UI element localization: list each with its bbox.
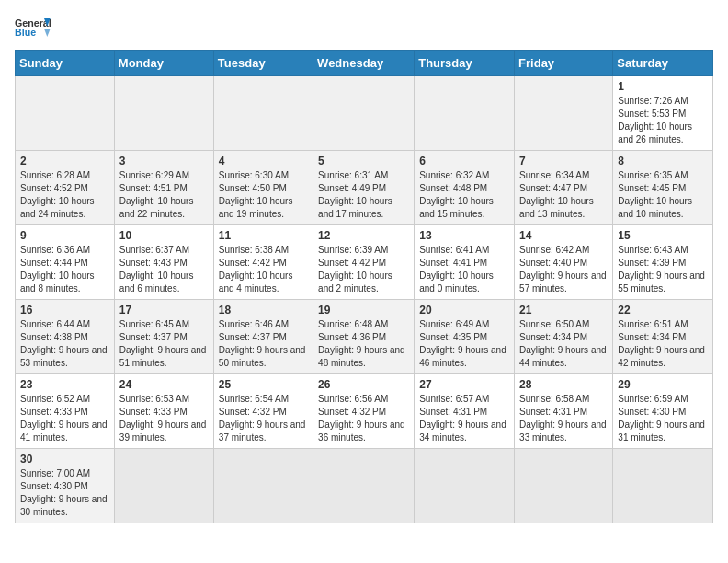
calendar-cell	[313, 449, 415, 523]
day-info: Sunrise: 6:54 AM Sunset: 4:32 PM Dayligh…	[219, 393, 308, 444]
calendar-cell: 18Sunrise: 6:46 AM Sunset: 4:37 PM Dayli…	[213, 300, 313, 374]
day-info: Sunrise: 6:53 AM Sunset: 4:33 PM Dayligh…	[119, 393, 209, 444]
calendar-week-row: 30Sunrise: 7:00 AM Sunset: 4:30 PM Dayli…	[16, 449, 713, 523]
calendar-cell: 14Sunrise: 6:42 AM Sunset: 4:40 PM Dayli…	[515, 225, 613, 300]
day-info: Sunrise: 6:38 AM Sunset: 4:42 PM Dayligh…	[219, 244, 308, 295]
calendar-header-saturday: Saturday	[613, 51, 713, 76]
calendar-cell: 20Sunrise: 6:49 AM Sunset: 4:35 PM Dayli…	[415, 300, 515, 374]
day-number: 8	[618, 155, 708, 167]
calendar-cell: 22Sunrise: 6:51 AM Sunset: 4:34 PM Dayli…	[613, 300, 713, 374]
day-info: Sunrise: 6:45 AM Sunset: 4:37 PM Dayligh…	[119, 318, 209, 370]
day-number: 23	[20, 378, 109, 391]
day-info: Sunrise: 6:31 AM Sunset: 4:49 PM Dayligh…	[318, 169, 409, 221]
calendar-cell: 8Sunrise: 6:35 AM Sunset: 4:45 PM Daylig…	[613, 151, 713, 225]
calendar-cell	[114, 449, 213, 523]
calendar-header-tuesday: Tuesday	[213, 51, 313, 76]
calendar-header-wednesday: Wednesday	[313, 51, 415, 76]
day-info: Sunrise: 6:34 AM Sunset: 4:47 PM Dayligh…	[519, 169, 608, 221]
day-info: Sunrise: 6:58 AM Sunset: 4:31 PM Dayligh…	[519, 393, 608, 444]
calendar-cell: 30Sunrise: 7:00 AM Sunset: 4:30 PM Dayli…	[16, 449, 115, 523]
day-info: Sunrise: 6:48 AM Sunset: 4:36 PM Dayligh…	[318, 318, 409, 370]
calendar-cell: 1Sunrise: 7:26 AM Sunset: 5:53 PM Daylig…	[613, 76, 713, 151]
calendar-cell: 23Sunrise: 6:52 AM Sunset: 4:33 PM Dayli…	[16, 374, 115, 449]
day-info: Sunrise: 6:52 AM Sunset: 4:33 PM Dayligh…	[20, 393, 109, 444]
day-number: 19	[318, 304, 409, 316]
day-info: Sunrise: 6:35 AM Sunset: 4:45 PM Dayligh…	[618, 169, 708, 221]
day-number: 6	[419, 155, 509, 167]
day-number: 14	[519, 229, 608, 242]
calendar-cell	[213, 76, 313, 151]
calendar-cell: 27Sunrise: 6:57 AM Sunset: 4:31 PM Dayli…	[415, 374, 515, 449]
calendar-cell: 13Sunrise: 6:41 AM Sunset: 4:41 PM Dayli…	[415, 225, 515, 300]
calendar-cell: 5Sunrise: 6:31 AM Sunset: 4:49 PM Daylig…	[313, 151, 415, 225]
calendar-header-monday: Monday	[114, 51, 213, 76]
day-info: Sunrise: 7:26 AM Sunset: 5:53 PM Dayligh…	[618, 95, 708, 146]
day-info: Sunrise: 6:49 AM Sunset: 4:35 PM Dayligh…	[419, 318, 509, 370]
day-number: 3	[119, 155, 209, 167]
calendar-cell	[515, 449, 613, 523]
day-number: 1	[618, 80, 708, 93]
calendar-cell: 9Sunrise: 6:36 AM Sunset: 4:44 PM Daylig…	[16, 225, 115, 300]
day-number: 15	[618, 229, 708, 242]
day-number: 10	[119, 229, 209, 242]
day-info: Sunrise: 6:42 AM Sunset: 4:40 PM Dayligh…	[519, 244, 608, 295]
day-number: 21	[519, 304, 608, 316]
calendar-cell	[213, 449, 313, 523]
day-number: 22	[618, 304, 708, 316]
day-number: 26	[318, 378, 409, 391]
calendar-header-sunday: Sunday	[16, 51, 115, 76]
calendar-header-thursday: Thursday	[415, 51, 515, 76]
logo: General Blue	[15, 15, 51, 42]
calendar-cell	[515, 76, 613, 151]
day-info: Sunrise: 6:56 AM Sunset: 4:32 PM Dayligh…	[318, 393, 409, 444]
calendar-cell: 6Sunrise: 6:32 AM Sunset: 4:48 PM Daylig…	[415, 151, 515, 225]
calendar-cell: 7Sunrise: 6:34 AM Sunset: 4:47 PM Daylig…	[515, 151, 613, 225]
calendar-cell: 28Sunrise: 6:58 AM Sunset: 4:31 PM Dayli…	[515, 374, 613, 449]
day-info: Sunrise: 6:50 AM Sunset: 4:34 PM Dayligh…	[519, 318, 608, 370]
calendar-cell: 24Sunrise: 6:53 AM Sunset: 4:33 PM Dayli…	[114, 374, 213, 449]
calendar-cell: 15Sunrise: 6:43 AM Sunset: 4:39 PM Dayli…	[613, 225, 713, 300]
day-info: Sunrise: 6:28 AM Sunset: 4:52 PM Dayligh…	[20, 169, 109, 221]
day-info: Sunrise: 6:59 AM Sunset: 4:30 PM Dayligh…	[618, 393, 708, 444]
calendar-cell	[613, 449, 713, 523]
day-number: 2	[20, 155, 109, 167]
calendar-cell: 17Sunrise: 6:45 AM Sunset: 4:37 PM Dayli…	[114, 300, 213, 374]
logo-icon: General Blue	[15, 15, 51, 40]
calendar-cell: 16Sunrise: 6:44 AM Sunset: 4:38 PM Dayli…	[16, 300, 115, 374]
calendar-cell: 26Sunrise: 6:56 AM Sunset: 4:32 PM Dayli…	[313, 374, 415, 449]
calendar-cell: 19Sunrise: 6:48 AM Sunset: 4:36 PM Dayli…	[313, 300, 415, 374]
calendar-cell	[415, 449, 515, 523]
day-info: Sunrise: 6:41 AM Sunset: 4:41 PM Dayligh…	[419, 244, 509, 295]
calendar-cell	[415, 76, 515, 151]
day-number: 20	[419, 304, 509, 316]
calendar-cell	[313, 76, 415, 151]
day-info: Sunrise: 6:37 AM Sunset: 4:43 PM Dayligh…	[119, 244, 209, 295]
day-number: 18	[219, 304, 308, 316]
day-number: 30	[20, 453, 109, 465]
svg-marker-3	[44, 29, 51, 37]
calendar-header-friday: Friday	[515, 51, 613, 76]
svg-text:Blue: Blue	[15, 27, 36, 38]
calendar-week-row: 9Sunrise: 6:36 AM Sunset: 4:44 PM Daylig…	[16, 225, 713, 300]
day-info: Sunrise: 6:44 AM Sunset: 4:38 PM Dayligh…	[20, 318, 109, 370]
day-info: Sunrise: 6:29 AM Sunset: 4:51 PM Dayligh…	[119, 169, 209, 221]
day-info: Sunrise: 6:43 AM Sunset: 4:39 PM Dayligh…	[618, 244, 708, 295]
calendar-week-row: 16Sunrise: 6:44 AM Sunset: 4:38 PM Dayli…	[16, 300, 713, 374]
day-info: Sunrise: 6:36 AM Sunset: 4:44 PM Dayligh…	[20, 244, 109, 295]
day-info: Sunrise: 6:39 AM Sunset: 4:42 PM Dayligh…	[318, 244, 409, 295]
day-number: 27	[419, 378, 509, 391]
day-number: 28	[519, 378, 608, 391]
calendar-cell: 2Sunrise: 6:28 AM Sunset: 4:52 PM Daylig…	[16, 151, 115, 225]
calendar-week-row: 2Sunrise: 6:28 AM Sunset: 4:52 PM Daylig…	[16, 151, 713, 225]
calendar-week-row: 1Sunrise: 7:26 AM Sunset: 5:53 PM Daylig…	[16, 76, 713, 151]
day-number: 25	[219, 378, 308, 391]
calendar-cell: 10Sunrise: 6:37 AM Sunset: 4:43 PM Dayli…	[114, 225, 213, 300]
calendar-cell	[114, 76, 213, 151]
day-number: 9	[20, 229, 109, 242]
calendar-cell: 21Sunrise: 6:50 AM Sunset: 4:34 PM Dayli…	[515, 300, 613, 374]
calendar-cell	[16, 76, 115, 151]
calendar-cell: 11Sunrise: 6:38 AM Sunset: 4:42 PM Dayli…	[213, 225, 313, 300]
day-number: 7	[519, 155, 608, 167]
calendar-week-row: 23Sunrise: 6:52 AM Sunset: 4:33 PM Dayli…	[16, 374, 713, 449]
calendar-cell: 3Sunrise: 6:29 AM Sunset: 4:51 PM Daylig…	[114, 151, 213, 225]
